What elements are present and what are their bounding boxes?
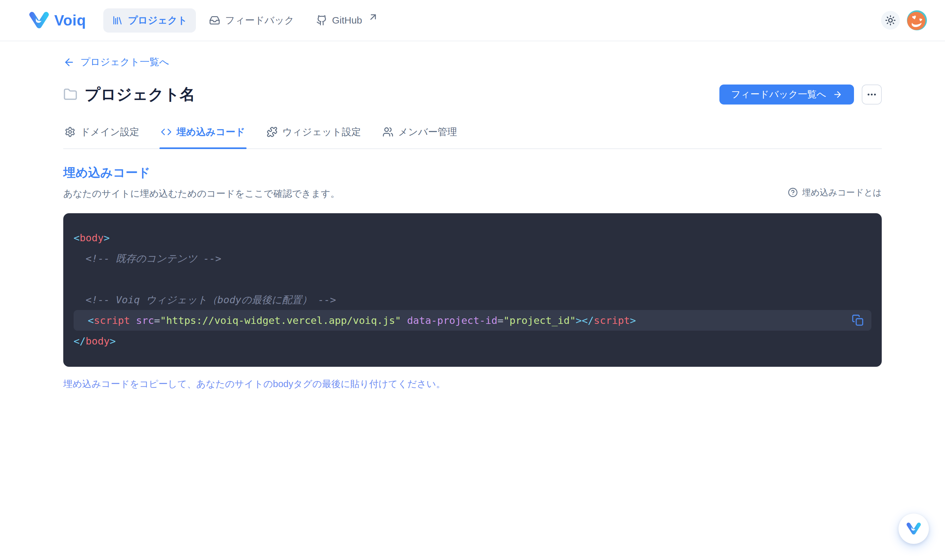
code-punct: > [630, 310, 636, 331]
page-title: プロジェクト名 [85, 84, 195, 105]
gear-icon [65, 126, 76, 137]
copy-icon [852, 314, 864, 326]
ellipsis-icon [866, 89, 877, 100]
nav-label: GitHub [332, 15, 362, 26]
arrow-left-icon [63, 57, 75, 68]
embed-code-help-link[interactable]: 埋め込みコードとは [788, 187, 882, 200]
embed-section-titles: 埋め込みコード あなたのサイトに埋め込むためのコードをここで確認できます。 [63, 165, 340, 200]
code-line-comment-widget: <!-- Voiq ウィジェット（bodyの最後に配置） --> [74, 289, 871, 310]
tab-label: メンバー管理 [398, 126, 457, 139]
brand[interactable]: Voiq [28, 11, 86, 30]
voiq-widget-launcher[interactable] [899, 514, 929, 544]
embed-code-block: <body> <!-- 既存のコンテンツ --> <!-- Voiq ウィジェッ… [63, 213, 882, 367]
arrow-right-icon [833, 90, 842, 99]
library-icon [112, 15, 123, 26]
arrow-up-right-icon [368, 12, 379, 23]
users-icon [382, 126, 393, 137]
help-link-label: 埋め込みコードとは [802, 187, 882, 198]
feedback-list-button-label: フィードバック一覧へ [731, 88, 826, 101]
avatar[interactable]: ♥ ♥ [907, 10, 927, 30]
tab-embed-code[interactable]: 埋め込みコード [159, 126, 247, 148]
help-circle-icon [788, 188, 798, 197]
voiq-logo-icon [28, 11, 50, 30]
embed-section-header: 埋め込みコード あなたのサイトに埋め込むためのコードをここで確認できます。 埋め… [63, 165, 882, 200]
back-link-label: プロジェクト一覧へ [80, 55, 169, 69]
code-string: "https://voiq-widget.vercel.app/voiq.js" [160, 310, 401, 331]
header-actions: ♥ ♥ [881, 10, 927, 30]
nav-item-feedback[interactable]: フィードバック [200, 8, 303, 32]
nav-label: フィードバック [225, 14, 294, 27]
main-content: プロジェクト一覧へ プロジェクト名 フィードバック一覧へ [63, 41, 882, 391]
code-comment: <!-- Voiq ウィジェット（bodyの最後に配置） --> [74, 294, 336, 306]
inbox-icon [209, 15, 220, 26]
tab-bar: ドメイン設定 埋め込みコード ウィジェット設定 メンバー管理 [63, 126, 882, 149]
tab-member-management[interactable]: メンバー管理 [381, 126, 458, 148]
script-snippet-line: <script src="https://voiq-widget.vercel.… [74, 310, 871, 331]
sun-icon [885, 15, 896, 26]
section-description: あなたのサイトに埋め込むためのコードをここで確認できます。 [63, 188, 340, 200]
nav-label: プロジェクト [128, 14, 187, 27]
code-string: "project_id" [504, 310, 576, 331]
header: Voiq プロジェクト フィードバック G [0, 0, 945, 41]
code-tag: script [94, 310, 130, 331]
copy-code-button[interactable] [852, 314, 864, 326]
app: Voiq プロジェクト フィードバック G [0, 0, 945, 560]
code-equals: = [154, 310, 160, 331]
tab-label: 埋め込みコード [177, 126, 245, 139]
code-punct: </ [581, 310, 594, 331]
section-heading: 埋め込みコード [63, 165, 340, 181]
voiq-logo-icon [906, 522, 922, 536]
github-icon [316, 15, 327, 26]
code-punct: > [103, 232, 110, 243]
back-link[interactable]: プロジェクト一覧へ [63, 55, 169, 69]
project-title-group: プロジェクト名 [63, 84, 195, 105]
folder-icon [63, 88, 77, 102]
more-button[interactable] [862, 85, 882, 105]
nav-item-github[interactable]: GitHub [308, 9, 387, 31]
title-actions: フィードバック一覧へ [719, 85, 882, 105]
code-attr: src [130, 310, 154, 331]
code-equals: = [497, 310, 504, 331]
code-line-comment-existing: <!-- 既存のコンテンツ --> [74, 248, 871, 269]
puzzle-icon [267, 126, 277, 137]
code-line-body-close: </body> [74, 331, 871, 351]
nav-item-projects[interactable]: プロジェクト [103, 8, 196, 32]
brand-name: Voiq [54, 12, 86, 29]
feedback-list-button[interactable]: フィードバック一覧へ [719, 85, 854, 105]
code-tag: body [80, 232, 104, 243]
code-tag: script [594, 310, 630, 331]
code-line-body-open: <body> [74, 228, 871, 248]
tab-widget-settings[interactable]: ウィジェット設定 [265, 126, 362, 148]
code-attr: data-project-id [401, 310, 498, 331]
code-punct: > [110, 335, 116, 347]
code-punct: </ [74, 335, 86, 347]
code-brackets-icon [161, 126, 172, 137]
code-comment: <!-- 既存のコンテンツ --> [74, 252, 221, 264]
tab-label: ウィジェット設定 [282, 126, 361, 139]
main-nav: プロジェクト フィードバック GitHub [103, 8, 387, 32]
code-line-blank [74, 269, 871, 289]
tab-label: ドメイン設定 [80, 126, 139, 139]
code-punct: < [88, 310, 94, 331]
title-row: プロジェクト名 フィードバック一覧へ [63, 84, 882, 105]
code-punct: > [576, 310, 582, 331]
code-punct: < [74, 232, 80, 243]
tab-domain-settings[interactable]: ドメイン設定 [63, 126, 141, 148]
code-tag: body [86, 335, 110, 347]
embed-code-footnote: 埋め込みコードをコピーして、あなたのサイトのbodyタグの最後に貼り付けてくださ… [63, 378, 882, 391]
heart-eyes-emoji-avatar: ♥ ♥ [907, 10, 927, 30]
theme-toggle-button[interactable] [881, 11, 900, 30]
